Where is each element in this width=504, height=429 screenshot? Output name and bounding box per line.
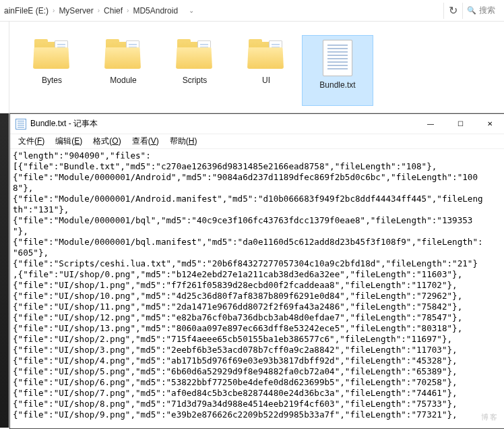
window-title: Bundle.txt - 记事本 xyxy=(30,118,98,130)
refresh-button[interactable]: ↻ xyxy=(443,3,462,19)
menu-file[interactable]: 文件(F) xyxy=(13,134,50,148)
maximize-button[interactable]: ☐ xyxy=(445,115,475,134)
file-item-selected[interactable]: Bundle.txt xyxy=(302,35,373,106)
notepad-window: Bundle.txt - 记事本 — ☐ ✕ 文件(F) 编辑(E) 格式(O)… xyxy=(9,113,504,429)
menu-edit[interactable]: 编辑(E) xyxy=(50,134,88,148)
breadcrumb-segment[interactable]: MD5Android xyxy=(131,5,179,17)
title-bar[interactable]: Bundle.txt - 记事本 — ☐ ✕ xyxy=(10,114,504,134)
folder-item[interactable]: Module xyxy=(88,35,159,106)
menu-help[interactable]: 帮助(H) xyxy=(164,134,203,148)
chevron-right-icon: › xyxy=(53,7,55,14)
nav-pane-stub xyxy=(0,22,9,119)
address-bar: ainFileE (E:) › MyServer › Chief › MD5An… xyxy=(0,0,504,22)
search-icon: 🔍 xyxy=(467,6,476,15)
refresh-icon: ↻ xyxy=(449,4,458,17)
folder-item[interactable]: Scripts xyxy=(159,35,230,106)
breadcrumb-segment[interactable]: Chief xyxy=(102,5,124,17)
file-label: Module xyxy=(110,76,136,85)
left-rail xyxy=(0,113,9,428)
menu-bar: 文件(F) 编辑(E) 格式(O) 查看(V) 帮助(H) xyxy=(10,134,504,149)
folder-item[interactable]: Bytes xyxy=(16,35,88,106)
file-label: Scripts xyxy=(183,76,208,85)
folder-item[interactable]: UI xyxy=(230,35,302,106)
file-label: Bytes xyxy=(42,76,62,85)
folder-icon xyxy=(32,39,72,72)
chevron-right-icon: › xyxy=(127,7,129,14)
minimize-button[interactable]: — xyxy=(416,115,445,134)
folder-icon xyxy=(103,39,144,72)
close-button[interactable]: ✕ xyxy=(475,115,504,134)
breadcrumb-segment[interactable]: MyServer xyxy=(57,5,94,17)
search-input[interactable]: 🔍 搜索 xyxy=(462,3,501,19)
breadcrumb-segment[interactable]: ainFileE (E:) xyxy=(3,5,50,17)
file-label: Bundle.txt xyxy=(319,80,355,90)
text-content[interactable]: {"length":"904090","files": [{"file":"Bu… xyxy=(10,149,504,428)
search-placeholder: 搜索 xyxy=(479,5,495,16)
folder-icon xyxy=(175,39,215,72)
text-file-icon xyxy=(323,40,352,76)
notepad-icon xyxy=(15,119,26,130)
menu-view[interactable]: 查看(V) xyxy=(127,134,164,148)
folder-icon xyxy=(246,39,286,72)
file-label: UI xyxy=(262,76,270,85)
watermark: 博客 xyxy=(481,412,499,422)
menu-format[interactable]: 格式(O) xyxy=(88,134,126,148)
chevron-right-icon: › xyxy=(98,7,100,14)
file-view: Bytes Module Scripts UI Bundle.txt xyxy=(0,22,504,119)
breadcrumb[interactable]: ainFileE (E:) › MyServer › Chief › MD5An… xyxy=(3,5,443,17)
chevron-down-icon[interactable]: ⌄ xyxy=(189,7,194,14)
